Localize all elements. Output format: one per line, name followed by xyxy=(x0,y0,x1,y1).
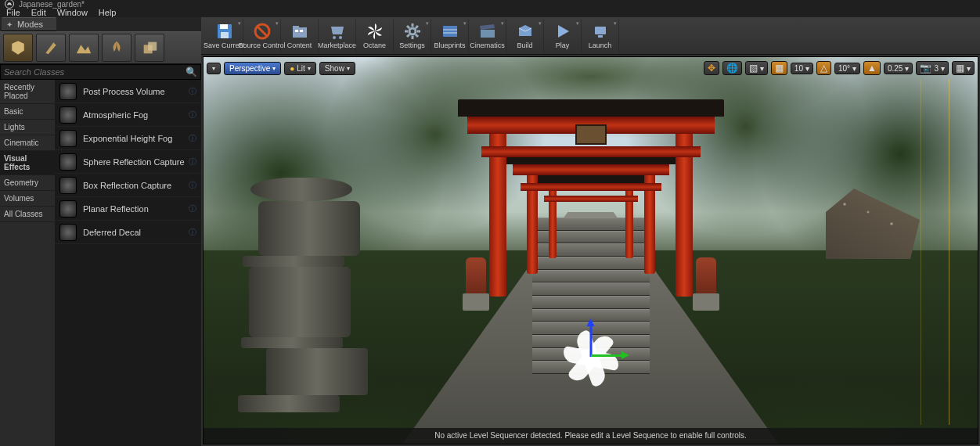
svg-line-7 xyxy=(258,27,267,36)
mode-geometry-button[interactable] xyxy=(135,34,164,62)
modes-panel: ✦ Modes 🔍 Recently Placed Basic Lights C… xyxy=(0,17,201,446)
grid-snap-value[interactable]: 10▾ xyxy=(791,63,813,74)
cat-volumes[interactable]: Volumes xyxy=(0,191,55,207)
scale-snap-value[interactable]: 0.25▾ xyxy=(884,63,913,74)
title-bar: Japanese_garden* xyxy=(0,0,980,8)
info-icon[interactable]: ⓘ xyxy=(189,133,196,144)
asset-thumb-icon xyxy=(59,130,77,147)
svg-rect-26 xyxy=(481,30,495,38)
chevron-down-icon: ▾ xyxy=(463,20,467,27)
play-button[interactable]: ▾Play xyxy=(544,19,582,53)
asset-item[interactable]: Atmospheric Fogⓘ xyxy=(55,103,201,127)
chevron-down-icon: ▾ xyxy=(238,20,241,27)
asset-item[interactable]: Planar Reflectionⓘ xyxy=(55,197,201,221)
chevron-down-icon: ▾ xyxy=(347,65,350,72)
transform-gizmo[interactable] xyxy=(560,319,622,382)
menu-edit[interactable]: Edit xyxy=(31,8,46,17)
cat-basic[interactable]: Basic xyxy=(0,104,55,120)
grid-snap-toggle[interactable]: ▦ xyxy=(771,61,787,75)
viewport[interactable]: ▾ Perspective▾ ●Lit▾ Show▾ ✥ 🌐 ▧▾ ▦ 10▾ … xyxy=(203,56,978,444)
camera-speed[interactable]: 📷3▾ xyxy=(916,61,949,75)
svg-rect-11 xyxy=(300,30,303,32)
asset-label: Atmospheric Fog xyxy=(83,110,148,120)
safe-frame-line xyxy=(921,79,921,425)
grid-icon: ▦ xyxy=(775,63,784,74)
show-button[interactable]: Show▾ xyxy=(319,62,355,75)
chevron-down-icon: ▾ xyxy=(272,65,276,72)
asset-thumb-icon xyxy=(59,224,77,241)
surface-snap-toggle[interactable]: ▧▾ xyxy=(745,61,768,75)
coord-space-toggle[interactable]: 🌐 xyxy=(722,61,742,75)
chevron-down-icon: ▾ xyxy=(501,20,504,27)
viewport-layout-button[interactable]: ▦▾ xyxy=(952,61,975,75)
cat-all-classes[interactable]: All Classes xyxy=(0,207,55,222)
viewport-status: No active Level Sequencer detected. Plea… xyxy=(204,428,978,444)
viewport-options-button[interactable]: ▾ xyxy=(207,63,221,74)
scale-icon: ▲ xyxy=(867,63,877,74)
search-input[interactable] xyxy=(4,67,186,77)
angle-snap-toggle[interactable]: △ xyxy=(816,61,831,75)
mode-paint-button[interactable] xyxy=(36,34,66,62)
build-button[interactable]: ▾Build xyxy=(506,19,544,53)
svg-rect-28 xyxy=(598,35,603,38)
rendered-scene xyxy=(204,57,978,444)
clapper-icon xyxy=(478,22,497,41)
asset-label: Planar Reflection xyxy=(83,204,149,214)
asset-item[interactable]: Post Process Volumeⓘ xyxy=(55,80,201,103)
cinematics-button[interactable]: ▾Cinematics xyxy=(469,19,506,53)
cat-visual-effects[interactable]: Visual Effects xyxy=(0,151,55,175)
globe-icon: 🌐 xyxy=(726,63,738,74)
lit-button[interactable]: ●Lit▾ xyxy=(284,62,316,75)
mode-place-button[interactable] xyxy=(3,34,33,62)
mode-foliage-button[interactable] xyxy=(102,34,132,62)
info-icon[interactable]: ⓘ xyxy=(189,156,196,167)
main-toolbar: ▾Save Current ▾Source Control Content Ma… xyxy=(201,17,980,55)
cat-geometry[interactable]: Geometry xyxy=(0,175,55,191)
asset-thumb-icon xyxy=(59,177,77,194)
menu-help[interactable]: Help xyxy=(99,8,117,17)
chevron-down-icon: ▾ xyxy=(212,65,215,72)
viewport-toolbar: ▾ Perspective▾ ●Lit▾ Show▾ ✥ 🌐 ▧▾ ▦ 10▾ … xyxy=(207,60,975,76)
settings-button[interactable]: ▾Settings xyxy=(394,19,431,53)
asset-label: Box Reflection Capture xyxy=(83,181,171,190)
perspective-button[interactable]: Perspective▾ xyxy=(224,62,281,75)
info-icon[interactable]: ⓘ xyxy=(189,110,196,120)
svg-rect-27 xyxy=(595,27,606,34)
launch-button[interactable]: ▾Launch xyxy=(582,19,619,53)
asset-label: Post Process Volume xyxy=(83,87,165,96)
angle-snap-value[interactable]: 10°▾ xyxy=(834,63,860,74)
angle-icon: △ xyxy=(820,63,827,74)
stone-lantern xyxy=(235,178,337,412)
search-classes[interactable]: 🔍 xyxy=(0,64,201,80)
transform-gizmo-toggle[interactable]: ✥ xyxy=(704,61,719,75)
cat-lights[interactable]: Lights xyxy=(0,120,55,135)
menu-bar: File Edit Window Help xyxy=(0,8,980,17)
asset-item[interactable]: Deferred Decalⓘ xyxy=(55,221,201,244)
info-icon[interactable]: ⓘ xyxy=(189,227,196,238)
blueprint-icon xyxy=(441,22,459,41)
cat-cinematic[interactable]: Cinematic xyxy=(0,135,55,151)
info-icon[interactable]: ⓘ xyxy=(189,203,196,214)
floppy-icon xyxy=(215,22,234,41)
blueprints-button[interactable]: ▾Blueprints xyxy=(431,19,469,53)
info-icon[interactable]: ⓘ xyxy=(189,180,196,191)
gear-icon xyxy=(403,22,422,41)
asset-item[interactable]: Exponential Height Fogⓘ xyxy=(55,127,201,150)
octane-button[interactable]: Octane xyxy=(356,19,394,53)
content-button[interactable]: Content xyxy=(281,19,319,53)
grid-layout-icon: ▦ xyxy=(956,63,964,74)
source-control-button[interactable]: ▾Source Control xyxy=(243,19,281,53)
mode-landscape-button[interactable] xyxy=(69,34,99,62)
asset-item[interactable]: Sphere Reflection Captureⓘ xyxy=(55,150,201,174)
cat-recently-placed[interactable]: Recently Placed xyxy=(0,80,55,104)
surface-icon: ▧ xyxy=(749,63,758,74)
asset-item[interactable]: Box Reflection Captureⓘ xyxy=(55,174,201,197)
octane-icon xyxy=(366,22,384,41)
info-icon[interactable]: ⓘ xyxy=(189,86,196,97)
marketplace-button[interactable]: Marketplace xyxy=(319,19,356,53)
scale-snap-toggle[interactable]: ▲ xyxy=(863,61,881,75)
svg-line-20 xyxy=(416,34,418,37)
modes-tab[interactable]: ✦ Modes xyxy=(2,17,56,31)
menu-window[interactable]: Window xyxy=(57,8,88,17)
menu-file[interactable]: File xyxy=(6,8,20,17)
